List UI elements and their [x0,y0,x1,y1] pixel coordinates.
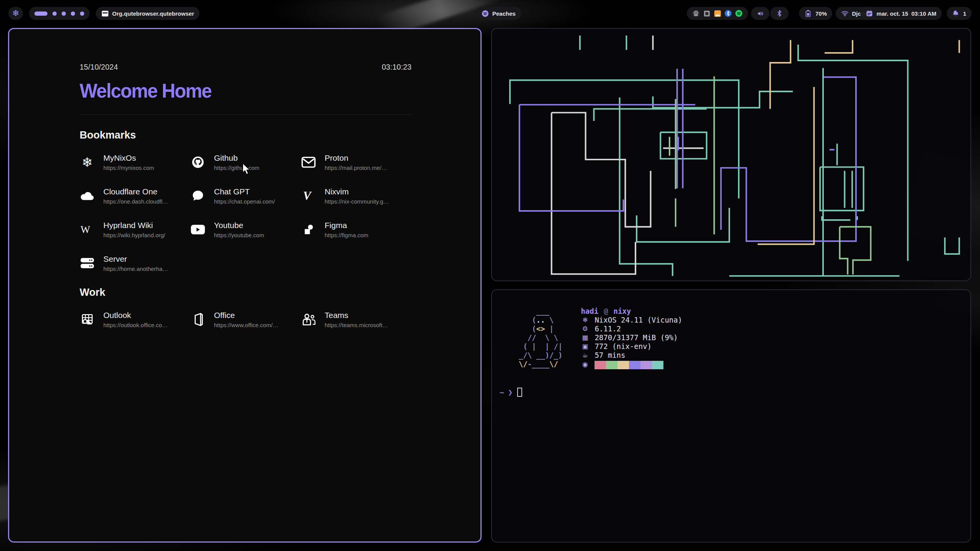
bookmark-url: https://mail.proton.me/u/0… [325,165,390,171]
startpage-time: 03:10:23 [382,63,412,72]
page-title: Welcome Home [80,79,395,102]
startpage-date: 15/10/2024 [80,63,118,72]
bookmark-url: https://www.office.com/?a… [214,322,279,328]
workspace-1[interactable] [34,11,47,16]
files-icon[interactable] [714,10,721,17]
spotify-icon [481,10,489,17]
palette-swatch [629,361,640,369]
prompt-chevron: ❯ [508,388,513,397]
pipes-terminal-window [491,28,971,281]
fastfetch-ascii-logo: ___ (.. \ (<> | // \ \ ( | | /| _/\ __)/… [519,307,562,369]
wifi-icon [841,10,849,17]
bookmark-nixvim[interactable]: VNixvimhttps://nix-community.git… [301,187,412,205]
pipes-screensaver [493,30,970,280]
fastfetch-at: @ [604,307,608,316]
bluetooth-pill[interactable] [770,7,789,20]
workspace-4[interactable] [71,11,75,16]
palette-swatch [606,361,617,369]
fastfetch-value: 57 mins [595,351,625,360]
webcam-icon[interactable] [692,10,700,17]
bookmark-title: MyNixOs [103,153,154,163]
chat-icon [190,188,206,204]
fastfetch-info: hadi@nixy ❄NixOS 24.11 (Vicuna)⚙6.11.2▦2… [581,307,682,369]
bookmark-proton[interactable]: Protonhttps://mail.proton.me/u/0… [301,153,412,171]
bookmark-url: https://wiki.hyprland.org/ [103,232,165,238]
battery-icon [804,10,812,17]
github-icon [190,155,206,170]
bookmark-teams[interactable]: Teamshttps://teams.microsoft.co… [301,311,412,328]
server-icon [80,256,95,271]
terminal-window[interactable]: ___ (.. \ (<> | // \ \ ( | | /| _/\ __)/… [491,289,971,543]
section-heading: Work [80,287,412,298]
os-icon: ❄ [581,316,589,324]
bookmark-chat-gpt[interactable]: Chat GPThttps://chat.openai.com/ [190,187,301,205]
bluetooth-tray-icon[interactable] [724,10,732,17]
bookmark-office[interactable]: Officehttps://www.office.com/?a… [190,311,301,328]
bookmark-youtube[interactable]: Youtubehttps://youtube.com [190,221,301,238]
volume-icon [756,10,764,17]
launcher-button[interactable]: ❄ [8,7,23,20]
fastfetch-value: NixOS 24.11 (Vicuna) [595,316,682,324]
bookmark-title: Figma [325,221,368,230]
media-track-label: Peaches [492,10,516,17]
spotify-tray-icon[interactable] [735,10,743,17]
bookmark-url: https://nix-community.git… [325,198,390,205]
bell-icon [952,10,960,17]
volume-pill[interactable] [751,7,769,20]
battery-pill[interactable]: 70% [799,7,832,20]
bookmark-title: Outlook [103,311,168,320]
bookmark-url: https://figma.com [325,232,368,238]
bookmark-title: Cloudflare One [103,187,168,196]
bookmark-cloudflare-one[interactable]: Cloudflare Onehttps://one.dash.cloudflar… [80,187,190,205]
uptime-icon: ☕ [581,351,589,360]
shell-prompt[interactable]: ~ ❯ [500,388,522,397]
palette-icon: ◉ [581,360,589,369]
fastfetch-value: 772 (nix-env) [595,342,652,351]
bookmark-title: Proton [325,153,390,163]
palette-swatch [617,361,629,369]
nixos-icon: ❄ [80,155,95,170]
media-player-pill[interactable]: Peaches [476,7,521,20]
nixos-logo-icon: ❄ [12,9,19,18]
bookmark-outlook[interactable]: Outlookhttps://outlook.office.com/… [80,311,190,328]
active-window-title-pill[interactable]: Org.qutebrowser.qutebrowser [96,7,199,20]
bookmark-figma[interactable]: Figmahttps://figma.com [301,221,412,238]
workspace-3[interactable] [62,11,66,16]
active-window-title: Org.qutebrowser.qutebrowser [112,10,194,17]
bookmark-sections: Bookmarks❄MyNixOshttps://mynixos.comGith… [80,129,412,328]
bookmark-url: https://teams.microsoft.co… [325,322,390,328]
bookmark-url: https://youtube.com [214,232,264,238]
terminal-cursor [517,388,522,397]
bookmark-title: Youtube [214,221,264,230]
bookmark-url: https://mynixos.com [103,165,154,171]
prompt-path: ~ [500,388,504,397]
workspace-5[interactable] [80,11,84,16]
workspace-2[interactable] [52,11,57,16]
vim-icon: V [301,188,316,204]
kernel-icon: ⚙ [581,324,589,333]
bookmark-title: Nixvim [325,187,390,196]
clock-pill[interactable]: mar. oct. 15 03:10 AM [860,7,942,20]
svg-text:W: W [80,224,90,235]
section-heading: Bookmarks [80,129,412,141]
bookmark-url: https://github.com [214,165,259,171]
qutebrowser-window: 15/10/2024 03:10:23 Welcome Home Bookmar… [8,28,482,543]
bookmark-server[interactable]: Serverhttps://home.anotherhadi.… [80,254,190,272]
divider [80,114,412,115]
clipboard-icon[interactable] [703,10,710,17]
notifications-pill[interactable]: 1 [947,7,972,20]
terminal-color-palette [595,361,663,369]
status-bar: ❄ Org.qutebrowser.qutebrowser Peaches 70… [0,7,980,20]
notification-count: 1 [963,10,966,17]
youtube-icon [190,222,206,237]
bookmark-title: Github [214,153,259,163]
cloud-icon [80,188,95,204]
teams-icon [301,312,316,327]
office-icon [190,312,206,327]
clock-datetime: mar. oct. 15 03:10 AM [877,10,936,17]
calendar-icon [866,10,873,17]
bookmark-mynixos[interactable]: ❄MyNixOshttps://mynixos.com [80,153,190,171]
bookmark-hyprland-wiki[interactable]: WHyprland Wikihttps://wiki.hyprland.org/ [80,221,190,238]
workspace-indicators[interactable] [29,7,90,20]
bookmark-title: Office [214,311,279,320]
